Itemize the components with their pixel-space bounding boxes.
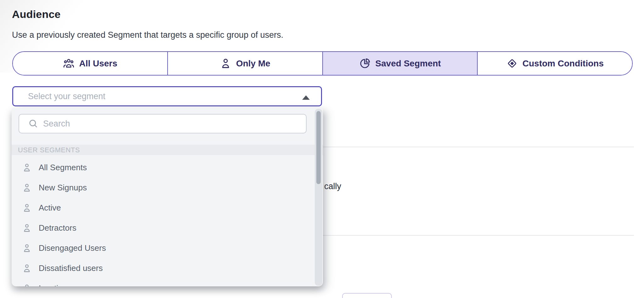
segment-option-label: Disengaged Users bbox=[39, 243, 106, 253]
segment-option-label: Detractors bbox=[39, 223, 76, 233]
segment-group-header: USER SEGMENTS bbox=[12, 145, 323, 155]
segment-option-label: Dissatisfied users bbox=[39, 263, 103, 273]
tab-label: Saved Segment bbox=[375, 59, 441, 69]
search-input[interactable] bbox=[39, 115, 306, 133]
tab-only-me[interactable]: Only Me bbox=[167, 52, 322, 75]
segment-select-placeholder: Select your segment bbox=[28, 92, 105, 101]
segment-option-all-segments[interactable]: All Segments bbox=[12, 157, 307, 177]
pie-chart-icon bbox=[359, 58, 371, 69]
segment-option-label: All Segments bbox=[39, 163, 87, 172]
occluded-button[interactable] bbox=[342, 293, 392, 298]
user-icon bbox=[22, 162, 32, 173]
segment-option-label: New Signups bbox=[39, 183, 87, 193]
dropdown-scrollbar-thumb[interactable] bbox=[316, 111, 321, 184]
user-icon bbox=[22, 183, 32, 193]
segment-option-detractors[interactable]: Detractors bbox=[12, 218, 307, 238]
segment-group-label: USER SEGMENTS bbox=[18, 146, 80, 154]
tab-label: Only Me bbox=[236, 59, 270, 69]
dropdown-scrollbar-track[interactable] bbox=[315, 109, 322, 286]
user-icon bbox=[22, 263, 32, 273]
segment-search-box bbox=[19, 114, 307, 133]
tab-all-users[interactable]: All Users bbox=[13, 52, 167, 75]
segment-option-disengaged-users[interactable]: Disengaged Users bbox=[12, 238, 307, 258]
audience-type-tabbar: All Users Only Me Saved Segment bbox=[12, 51, 633, 76]
search-icon bbox=[28, 118, 39, 129]
page-description: Use a previously created Segment that ta… bbox=[12, 30, 283, 40]
user-icon bbox=[22, 223, 32, 233]
caret-up-icon bbox=[302, 95, 310, 101]
user-icon bbox=[22, 203, 32, 213]
audience-settings-page: Audience Use a previously created Segmen… bbox=[0, 0, 644, 298]
segment-select[interactable]: Select your segment bbox=[12, 86, 322, 106]
tab-label: All Users bbox=[79, 59, 117, 69]
tab-saved-segment[interactable]: Saved Segment bbox=[322, 52, 477, 75]
user-icon bbox=[22, 243, 32, 253]
segment-option-new-signups[interactable]: New Signups bbox=[12, 177, 307, 198]
segment-option-label: Active bbox=[39, 203, 61, 213]
segment-option-label: Inactive users bbox=[39, 284, 89, 287]
user-icon bbox=[22, 283, 32, 287]
occluded-text-fragment: cally bbox=[324, 182, 341, 191]
segment-option-dissatisfied-users[interactable]: Dissatisfied users bbox=[12, 258, 307, 278]
segment-option-active[interactable]: Active bbox=[12, 198, 307, 218]
page-title: Audience bbox=[12, 8, 61, 20]
segment-dropdown-panel: USER SEGMENTS All Segments New Signups bbox=[12, 108, 323, 286]
users-icon bbox=[63, 58, 75, 69]
segment-options-list: All Segments New Signups Active bbox=[12, 157, 307, 286]
tab-custom-conditions[interactable]: Custom Conditions bbox=[477, 52, 632, 75]
user-icon bbox=[220, 58, 231, 69]
nested-diamond-icon bbox=[506, 58, 518, 69]
tab-label: Custom Conditions bbox=[523, 59, 604, 69]
segment-option-inactive-users[interactable]: Inactive users bbox=[12, 278, 307, 286]
